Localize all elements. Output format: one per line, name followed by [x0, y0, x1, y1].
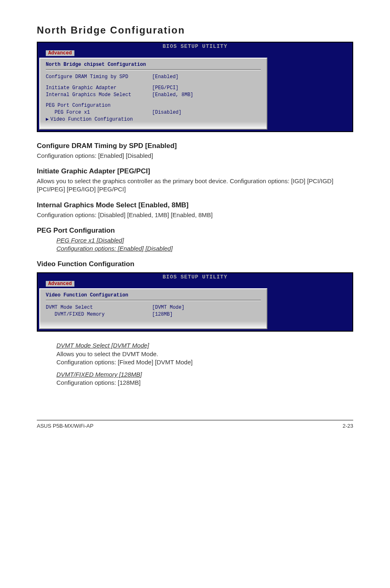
bios-row: ▶ Video Function Configuration [46, 116, 261, 123]
footer-right: 2-23 [343, 423, 353, 429]
bios-right-panel [269, 288, 351, 329]
italic-underline-text: Configuration options: [Enabled] [Disabl… [56, 245, 353, 253]
italic-underline-text: DVMT/FIXED Memory [128MB] [56, 370, 353, 379]
bios-tab-row: Advanced [38, 281, 352, 288]
bios-tab-row: Advanced [38, 50, 352, 58]
bios-value: [DVMT Mode] [152, 304, 261, 311]
body-text: Configuration options: [128MB] [56, 379, 353, 387]
bios-row: DVMT/FIXED Memory [128MB] [46, 311, 261, 318]
bios-label: DVMT/FIXED Memory [46, 311, 152, 318]
bios-value: [128MB] [152, 311, 261, 318]
bios-label: PEG Port Configuration [46, 102, 152, 109]
bios-left-panel: North Bridge chipset Configuration Confi… [39, 58, 267, 130]
body-text: Configuration options: [Disabled] [Enabl… [37, 211, 353, 219]
bios-value: [Disabled] [152, 109, 261, 116]
bios-row: DVMT Mode Select [DVMT Mode] [46, 304, 261, 311]
bios-label: DVMT Mode Select [46, 304, 152, 311]
bios-value: [Enabled] [152, 74, 261, 81]
italic-underline-text: DVMT Mode Select [DVMT Mode] [56, 341, 353, 350]
bios-tab-advanced: Advanced [46, 281, 74, 287]
body-text: Allows you to select the DVMT Mode. Conf… [56, 350, 353, 367]
bios-value: [PEG/PCI] [152, 85, 261, 92]
section-heading: Internal Graphics Mode Select [Enabled, … [37, 201, 353, 209]
bios-row: Internal Graphics Mode Select [Enabled, … [46, 92, 261, 99]
footer-left: ASUS P5B-MX/WiFi-AP [37, 423, 94, 429]
divider [46, 300, 261, 301]
bios-tab-advanced: Advanced [46, 50, 74, 56]
bios-label: Internal Graphics Mode Select [46, 92, 152, 99]
section-heading: PEG Port Configuration [37, 227, 353, 235]
bios-value: [Enabled, 8MB] [152, 92, 261, 99]
bios-screenshot-north-bridge: BIOS SETUP UTILITY Advanced North Bridge… [37, 42, 353, 132]
body-text: Configuration options: [Enabled] [Disabl… [37, 152, 353, 160]
bios-row: Configure DRAM Timing by SPD [Enabled] [46, 74, 261, 81]
divider [46, 69, 261, 70]
bios-right-panel [269, 58, 351, 130]
bios-label: PEG Force x1 [46, 109, 152, 116]
bios-row: PEG Force x1 [Disabled] [46, 109, 261, 116]
bios-left-panel: Video Function Configuration DVMT Mode S… [39, 288, 267, 329]
page-title: North Bridge Configuration [37, 25, 353, 36]
bios-header: BIOS SETUP UTILITY [38, 43, 352, 50]
bios-label: Initiate Graphic Adapter [46, 85, 152, 92]
body-line: Allows you to select the DVMT Mode. [56, 350, 158, 357]
triangle-right-icon: ▶ [46, 116, 49, 123]
bios-header: BIOS SETUP UTILITY [38, 273, 352, 281]
body-text: Allows you to select the graphics contro… [37, 177, 353, 194]
page-footer: ASUS P5B-MX/WiFi-AP 2-23 [37, 420, 353, 429]
bios-row: Initiate Graphic Adapter [PEG/PCI] [46, 85, 261, 92]
section-heading: Configure DRAM Timing by SPD [Enabled] [37, 142, 353, 150]
bios-section-title: Video Function Configuration [46, 292, 261, 298]
bios-label: Configure DRAM Timing by SPD [46, 74, 152, 81]
bios-label: Video Function Configuration [50, 116, 152, 123]
bios-row: PEG Port Configuration [46, 102, 261, 109]
body-line: Configuration options: [Fixed Mode] [DVM… [56, 359, 193, 366]
bios-section-title: North Bridge chipset Configuration [46, 62, 261, 67]
section-heading: Video Function Configuration [37, 260, 353, 268]
italic-underline-text: PEG Force x1 [Disabled] [56, 236, 353, 245]
bios-screenshot-video-function: BIOS SETUP UTILITY Advanced Video Functi… [37, 272, 353, 332]
section-heading: Initiate Graphic Adapter [PEG/PCI] [37, 167, 353, 175]
